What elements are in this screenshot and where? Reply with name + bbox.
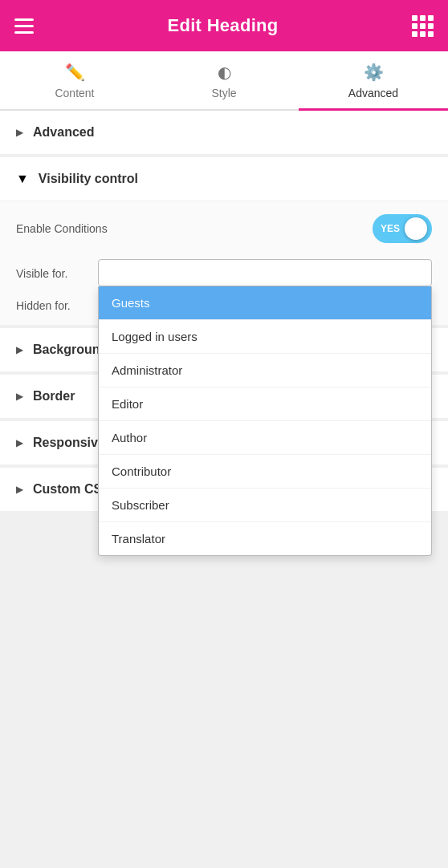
tab-content[interactable]: ✏️ Content xyxy=(0,51,149,109)
enable-conditions-label: Enable Conditions xyxy=(16,222,108,235)
list-item[interactable]: Author xyxy=(99,421,431,455)
tab-advanced-label: Advanced xyxy=(348,87,398,99)
enable-conditions-toggle[interactable]: YES xyxy=(373,214,432,243)
background-arrow-icon: ▶ xyxy=(16,344,23,355)
tab-advanced[interactable]: ⚙️ Advanced xyxy=(299,51,448,109)
list-item[interactable]: Contributor xyxy=(99,455,431,489)
tab-content-label: Content xyxy=(55,87,94,99)
border-section-title: Border xyxy=(33,389,75,404)
visible-for-dropdown-container: GuestsLogged in usersAdministratorEditor… xyxy=(98,259,432,286)
list-item[interactable]: Translator xyxy=(99,522,431,555)
custom-css-arrow-icon: ▶ xyxy=(16,484,23,495)
gear-icon: ⚙️ xyxy=(364,63,384,82)
toggle-knob xyxy=(405,217,427,240)
header: Edit Heading xyxy=(0,0,448,51)
tab-style[interactable]: ◐ Style xyxy=(149,51,299,109)
advanced-section: ▶ Advanced xyxy=(0,111,448,154)
advanced-section-header[interactable]: ▶ Advanced xyxy=(0,111,448,154)
page-title: Edit Heading xyxy=(167,15,278,36)
list-item[interactable]: Guests xyxy=(99,286,431,320)
visible-for-label: Visible for. xyxy=(16,259,88,280)
toggle-yes-label: YES xyxy=(381,223,400,234)
apps-icon[interactable] xyxy=(412,15,434,37)
list-item[interactable]: Editor xyxy=(99,387,431,421)
tab-bar: ✏️ Content ◐ Style ⚙️ Advanced xyxy=(0,51,448,111)
hamburger-icon[interactable] xyxy=(14,18,34,34)
background-section-title: Background xyxy=(33,343,108,357)
visible-for-row: Visible for. GuestsLogged in usersAdmini… xyxy=(16,259,432,286)
border-arrow-icon: ▶ xyxy=(16,391,23,402)
list-item[interactable]: Subscriber xyxy=(99,489,431,522)
contrast-icon: ◐ xyxy=(218,63,231,82)
visibility-section: ▼ Visibility control Enable Conditions Y… xyxy=(0,157,448,325)
hidden-for-label: Hidden for. xyxy=(16,299,88,312)
visibility-content: Enable Conditions YES Visible for. Guest… xyxy=(0,201,448,325)
advanced-section-title: Advanced xyxy=(33,125,94,140)
pencil-icon: ✏️ xyxy=(65,63,85,82)
responsive-arrow-icon: ▶ xyxy=(16,437,23,448)
list-item[interactable]: Administrator xyxy=(99,354,431,387)
advanced-arrow-icon: ▶ xyxy=(16,127,23,138)
visible-for-dropdown-list: GuestsLogged in usersAdministratorEditor… xyxy=(98,286,432,556)
visibility-section-title: Visibility control xyxy=(39,172,138,186)
enable-conditions-row: Enable Conditions YES xyxy=(16,214,432,243)
list-item[interactable]: Logged in users xyxy=(99,320,431,354)
visibility-section-header[interactable]: ▼ Visibility control xyxy=(0,157,448,201)
visibility-arrow-icon: ▼ xyxy=(16,172,29,186)
tab-style-label: Style xyxy=(211,87,236,99)
responsive-section-title: Responsive xyxy=(33,436,105,450)
visible-for-input[interactable] xyxy=(98,259,432,286)
